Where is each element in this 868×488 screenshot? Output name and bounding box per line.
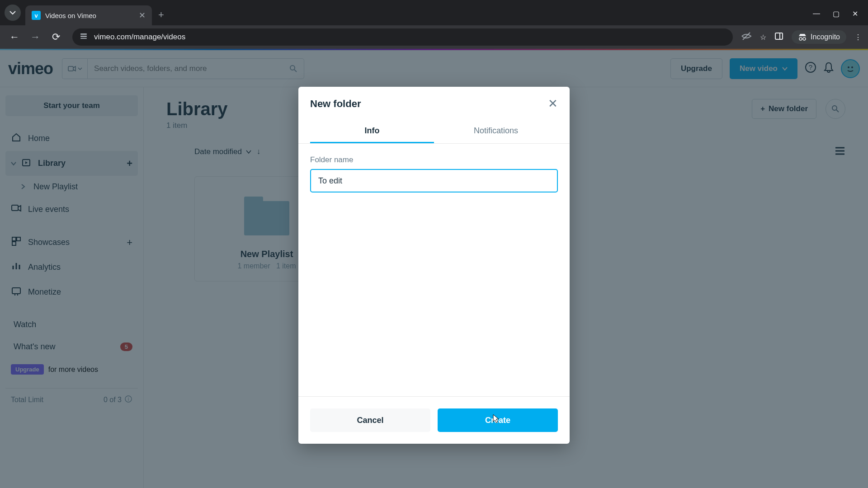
- browser-tab-bar: v Videos on Vimeo ✕ + — ▢ ✕: [0, 0, 868, 25]
- tab-search-button[interactable]: [5, 5, 21, 21]
- cursor-icon: [491, 414, 500, 427]
- close-window-icon[interactable]: ✕: [852, 9, 858, 18]
- maximize-icon[interactable]: ▢: [833, 9, 840, 18]
- modal-title: New folder: [310, 98, 361, 110]
- svg-rect-4: [775, 33, 783, 39]
- vimeo-favicon: v: [32, 11, 41, 20]
- window-controls: — ▢ ✕: [813, 9, 863, 18]
- browser-tab[interactable]: v Videos on Vimeo ✕: [25, 5, 152, 25]
- browser-menu-icon[interactable]: ⋮: [854, 33, 862, 42]
- svg-point-6: [799, 38, 802, 40]
- tab-close-icon[interactable]: ✕: [139, 10, 146, 20]
- svg-point-7: [803, 38, 806, 40]
- back-button[interactable]: ←: [6, 31, 23, 43]
- cancel-button[interactable]: Cancel: [310, 408, 430, 432]
- modal-overlay[interactable]: New folder ✕ Info Notifications Folder n…: [0, 49, 868, 488]
- tab-title: Videos on Vimeo: [45, 12, 134, 19]
- incognito-eye-icon[interactable]: [741, 31, 752, 43]
- forward-button[interactable]: →: [27, 31, 43, 43]
- page-container: vimeo Upgrade New video ?: [0, 49, 868, 488]
- reload-button[interactable]: ⟳: [48, 31, 64, 43]
- tab-info[interactable]: Info: [310, 120, 434, 143]
- browser-toolbar: ← → ⟳ vimeo.com/manage/videos ☆ Incognit…: [0, 25, 868, 49]
- minimize-icon[interactable]: —: [813, 9, 820, 18]
- url-text: vimeo.com/manage/videos: [94, 33, 185, 42]
- close-icon[interactable]: ✕: [548, 97, 558, 111]
- create-button[interactable]: Create: [438, 408, 558, 432]
- address-bar[interactable]: vimeo.com/manage/videos: [72, 28, 733, 46]
- site-settings-icon[interactable]: [80, 32, 88, 42]
- panel-icon[interactable]: [774, 32, 783, 42]
- tab-notifications[interactable]: Notifications: [434, 120, 558, 143]
- svg-rect-2: [80, 38, 87, 39]
- new-folder-modal: New folder ✕ Info Notifications Folder n…: [298, 87, 570, 444]
- folder-name-label: Folder name: [310, 155, 558, 164]
- folder-name-input[interactable]: [310, 169, 558, 192]
- incognito-icon: [798, 33, 807, 41]
- svg-line-3: [743, 33, 750, 40]
- incognito-badge[interactable]: Incognito: [792, 30, 846, 44]
- new-tab-button[interactable]: +: [158, 9, 164, 21]
- chevron-down-icon: [9, 9, 16, 16]
- svg-rect-1: [80, 36, 87, 37]
- bookmark-icon[interactable]: ☆: [760, 33, 766, 42]
- svg-rect-0: [80, 33, 87, 35]
